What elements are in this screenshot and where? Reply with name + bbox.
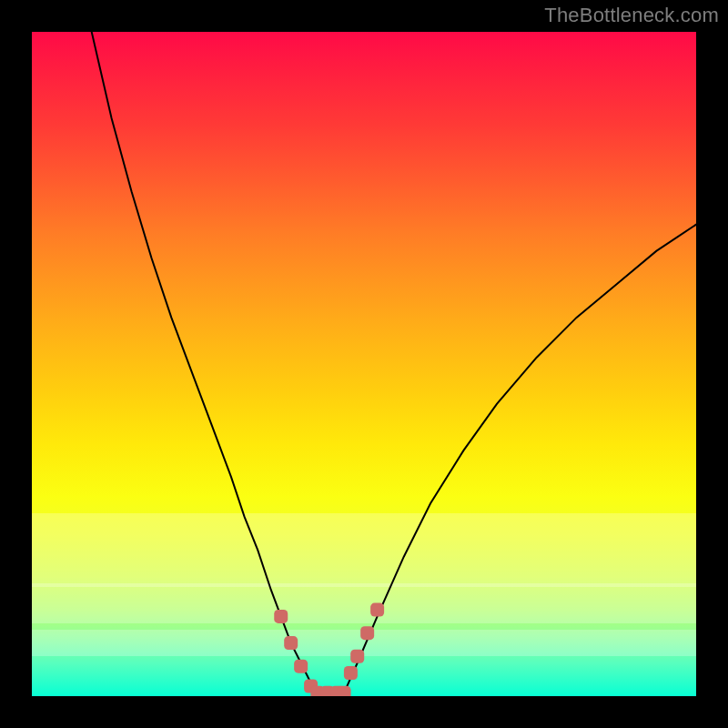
plot-area [32,32,696,696]
highlight-marker [274,610,288,623]
highlight-marker [294,660,308,673]
haze-band [32,513,696,586]
chart-stage: TheBottleneck.com [0,0,728,728]
highlight-marker [344,666,358,680]
highlight-marker [284,636,298,650]
highlight-marker [360,626,374,640]
curve-layer [32,32,696,696]
haze-band [32,630,696,656]
highlight-marker [370,603,384,617]
highlight-marker [330,686,344,696]
haze-band [32,583,696,623]
highlight-marker [320,686,334,696]
curve-left-branch [92,32,318,693]
curve-right-branch [344,225,696,693]
highlight-marker [350,650,364,663]
highlight-marker [310,686,324,696]
highlight-marker [338,686,351,696]
watermark-text: TheBottleneck.com [544,4,719,27]
highlight-marker [304,680,318,693]
